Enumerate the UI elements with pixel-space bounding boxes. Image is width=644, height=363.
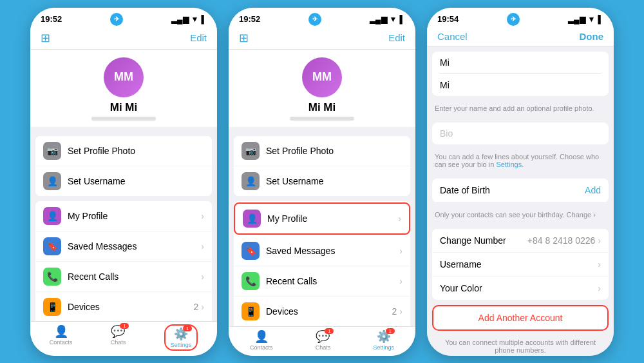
saved-messages-label-1: Saved Messages [68,241,201,251]
your-color-row[interactable]: Your Color › [432,277,609,300]
recent-calls-chevron-1: › [201,271,204,282]
battery-icon-3: ▌ [598,15,603,24]
my-profile-label-2: My Profile [267,213,398,224]
telegram-logo-1: ✈ [110,13,123,26]
saved-messages-chevron-1: › [201,241,204,251]
add-account-button[interactable]: Add Another Account [432,305,609,331]
phone-2: 19:52 ✈ ▂▄▆ ▼ ▌ ⊞ Edit MM Mi Mi 📷 Se [229,8,415,356]
recent-calls-item-1[interactable]: 📞 Recent Calls › [35,262,212,292]
devices-item-1[interactable]: 📱 Devices 2 › [35,292,212,321]
dob-add[interactable]: Add [585,185,601,195]
main-items-group-1: 👤 My Profile › 🔖 Saved Messages › 📞 Rece… [35,201,212,321]
settings-badge-container-1: ⚙️ 1 [174,327,188,341]
set-photo-label-2: Set Profile Photo [266,146,402,156]
set-profile-photo-item-2[interactable]: 📷 Set Profile Photo [234,136,410,166]
phone-1: 19:52 ✈ ▂▄▆ ▼ ▌ ⊞ Edit MM Mi Mi 📷 Se [30,8,217,356]
nav-bar-2: ⊞ Edit [229,28,415,50]
tab-chats-2[interactable]: 💬 1 Chats [316,329,331,351]
settings-tab-badge-1: 1 [183,326,192,331]
recent-calls-label-2: Recent Calls [266,276,399,286]
set-photo-label-1: Set Profile Photo [68,146,204,156]
my-profile-chevron-1: › [201,211,204,221]
status-time-3: 19:54 [437,14,459,24]
tab-contacts-1[interactable]: 👤 Contacts [50,324,73,351]
change-number-chevron: › [598,235,601,246]
status-bar-1: 19:52 ✈ ▂▄▆ ▼ ▌ [30,8,217,28]
name-fields-group [432,52,609,96]
recent-calls-chevron-2: › [399,276,402,286]
dob-hint: Only your contacts can see your birthday… [427,208,614,224]
account-rows-group: Change Number +84 8 2418 0226 › Username… [432,229,609,300]
wifi-icon-3: ▼ [588,15,596,24]
phone-3: 19:54 ✈ ▂▄▆ ▼ ▌ Cancel Done E [427,8,614,356]
my-profile-item-1[interactable]: 👤 My Profile › [35,201,212,231]
profile-actions-group-1: 📷 Set Profile Photo 👤 Set Username [35,136,212,196]
bio-input[interactable] [440,128,601,139]
chats-badge-container-2: 💬 1 [316,329,330,344]
profile-name-1: Mi Mi [110,101,138,114]
bio-settings-link[interactable]: Settings [496,161,522,168]
name-hint: Enter your name and add an optional prof… [427,101,614,117]
set-username-label-2: Set Username [266,176,402,186]
tab-settings-1[interactable]: ⚙️ 1 Settings [164,324,198,351]
edit-button-1[interactable]: Edit [190,32,207,43]
set-username-label-1: Set Username [68,176,204,186]
chats-tab-badge-1: 1 [120,323,129,329]
dob-row[interactable]: Date of Birth Add [432,179,609,202]
username-row[interactable]: Username › [432,253,609,277]
devices-count-2: 2 [392,306,397,317]
recent-calls-label-1: Recent Calls [68,271,201,282]
set-username-item-1[interactable]: 👤 Set Username [35,166,212,196]
tab-settings-2[interactable]: ⚙️ 1 Settings [373,329,394,351]
username-label: Username [440,259,598,270]
done-button-3[interactable]: Done [580,31,604,42]
edit-scroll-3: Enter your name and add an optional prof… [427,46,614,356]
status-time-1: 19:52 [41,14,62,24]
grid-icon-2[interactable]: ⊞ [239,31,249,45]
bio-field[interactable] [440,123,601,144]
saved-messages-item-2[interactable]: 🔖 Saved Messages › [234,236,410,266]
dob-label: Date of Birth [440,185,585,195]
wifi-icon-2: ▼ [390,15,397,24]
devices-count-1: 2 [194,302,199,312]
set-username-icon-2: 👤 [242,172,260,190]
last-name-field[interactable] [440,74,601,96]
devices-icon-2: 📱 [242,302,260,320]
signal-icon-3: ▂▄▆ [568,15,585,24]
saved-messages-item-1[interactable]: 🔖 Saved Messages › [35,231,212,262]
profile-section-1: MM Mi Mi [30,50,217,132]
tab-chats-1[interactable]: 💬 1 Chats [111,324,126,351]
profile-phone-bar-2 [290,117,354,121]
telegram-logo-3: ✈ [507,13,520,26]
contacts-tab-icon-1: 👤 [54,324,68,338]
devices-label-2: Devices [266,306,392,317]
saved-messages-icon-2: 🔖 [242,242,260,260]
bio-hint: You can add a few lines about yourself. … [427,150,614,173]
recent-calls-item-2[interactable]: 📞 Recent Calls › [234,266,410,297]
signal-icon-2: ▂▄▆ [370,15,387,24]
tab-bar-2: 👤 Contacts 💬 1 Chats ⚙️ 1 Settings [229,326,415,356]
my-profile-chevron-2: › [398,213,401,224]
change-number-label: Change Number [440,235,527,246]
settings-tab-badge-2: 1 [386,328,395,334]
change-number-row[interactable]: Change Number +84 8 2418 0226 › [432,229,609,253]
tab-contacts-2[interactable]: 👤 Contacts [250,329,273,351]
grid-icon-1[interactable]: ⊞ [41,31,50,45]
username-chevron: › [598,259,601,270]
set-profile-photo-item-1[interactable]: 📷 Set Profile Photo [35,136,212,166]
chats-tab-label-2: Chats [316,344,331,351]
first-name-field[interactable] [440,52,601,74]
status-time-2: 19:52 [239,14,260,24]
edit-button-2[interactable]: Edit [388,32,405,43]
info-rows-group: Date of Birth Add [432,179,609,202]
devices-item-2[interactable]: 📱 Devices 2 › [234,297,410,326]
first-name-input[interactable] [440,57,601,68]
cancel-button-3[interactable]: Cancel [437,31,468,42]
your-color-label: Your Color [440,283,598,293]
set-username-item-2[interactable]: 👤 Set Username [234,166,410,196]
last-name-input[interactable] [440,80,601,90]
chats-tab-badge-2: 1 [325,328,334,334]
settings-tab-label-2: Settings [373,344,394,351]
settings-scroll-1: 📷 Set Profile Photo 👤 Set Username 👤 My … [30,132,217,321]
my-profile-item-2[interactable]: 👤 My Profile › [234,202,410,235]
